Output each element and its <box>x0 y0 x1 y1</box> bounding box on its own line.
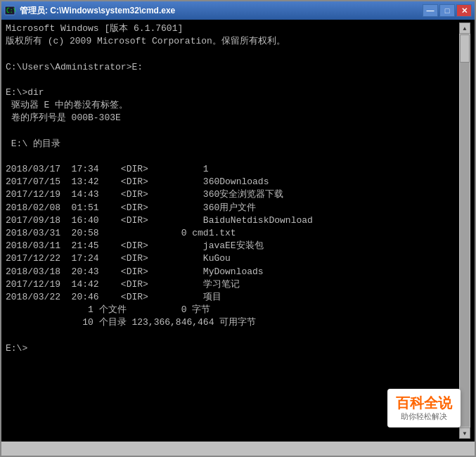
terminal-line-16: 2017/09/18 16:40 <DIR> BaiduNetdiskDownl… <box>6 214 459 227</box>
terminal-line-4: C:\Users\Administrator>E: <box>6 61 459 74</box>
terminal-line-14: 2017/12/19 14:43 <DIR> 360安全浏览器下载 <box>6 188 459 201</box>
scroll-up-arrow[interactable]: ▲ <box>459 22 470 34</box>
terminal-line-20: 2018/03/18 20:43 <DIR> MyDownloads <box>6 266 459 278</box>
terminal-line-9 <box>6 125 459 138</box>
terminal-line-10: E:\ 的目录 <box>6 138 459 150</box>
cmd-window: C:\ 管理员: C:\Windows\system32\cmd.exe — □… <box>0 0 476 457</box>
maximize-button[interactable]: □ <box>439 4 455 17</box>
window-title: 管理员: C:\Windows\system32\cmd.exe <box>20 5 175 17</box>
watermark-overlay: 百科全说 助你轻松解决 <box>387 389 461 427</box>
terminal-line-3 <box>6 48 459 60</box>
title-bar-left: C:\ 管理员: C:\Windows\system32\cmd.exe <box>4 5 175 17</box>
terminal-line-5 <box>6 74 459 86</box>
terminal-line-6: E:\>dir <box>6 86 459 99</box>
scrollbar-track[interactable] <box>460 34 470 427</box>
terminal-line-26: E:\> <box>6 342 459 355</box>
terminal-line-12: 2018/03/17 17:34 <DIR> 1 <box>6 163 459 176</box>
terminal-line-24: 10 个目录 123,366,846,464 可用字节 <box>6 316 459 329</box>
scrollbar-thumb[interactable] <box>460 34 470 63</box>
title-bar: C:\ 管理员: C:\Windows\system32\cmd.exe — □… <box>1 1 475 20</box>
terminal-line-21: 2017/12/19 14:42 <DIR> 学习笔记 <box>6 278 459 291</box>
status-bar <box>1 442 475 456</box>
terminal-line-1: Microsoft Windows [版本 6.1.7601] <box>6 22 459 35</box>
terminal-line-15: 2018/02/08 01:51 <DIR> 360用户文件 <box>6 202 459 214</box>
terminal-line-17: 2018/03/31 20:58 0 cmd1.txt <box>6 227 459 240</box>
terminal-line-19: 2017/12/22 17:24 <DIR> KuGou <box>6 252 459 265</box>
close-button[interactable]: ✕ <box>456 4 472 17</box>
minimize-button[interactable]: — <box>423 4 438 17</box>
terminal-line-2: 版权所有 (c) 2009 Microsoft Corporation。保留所有… <box>6 35 459 48</box>
terminal-line-25 <box>6 330 459 342</box>
terminal-line-8: 卷的序列号是 000B-303E <box>6 112 459 124</box>
terminal-line-18: 2018/03/11 21:45 <DIR> javaEE安装包 <box>6 240 459 252</box>
terminal-body[interactable]: Microsoft Windows [版本 6.1.7601]版权所有 (c) … <box>1 20 475 442</box>
watermark-subtitle: 助你轻松解决 <box>396 411 452 422</box>
terminal-line-13: 2017/07/15 13:42 <DIR> 360Downloads <box>6 176 459 188</box>
terminal-line-23: 1 个文件 0 字节 <box>6 304 459 316</box>
svg-text:C:\: C:\ <box>6 8 15 14</box>
terminal-icon: C:\ <box>4 5 15 16</box>
terminal-line-7: 驱动器 E 中的卷没有标签。 <box>6 99 459 112</box>
terminal-line-11 <box>6 150 459 163</box>
title-bar-buttons: — □ ✕ <box>423 4 472 17</box>
terminal-output: Microsoft Windows [版本 6.1.7601]版权所有 (c) … <box>6 22 459 439</box>
scrollbar[interactable]: ▲ ▼ <box>459 22 470 439</box>
terminal-line-22: 2018/03/22 20:46 <DIR> 项目 <box>6 291 459 304</box>
watermark-title: 百科全说 <box>396 394 452 411</box>
scroll-down-arrow[interactable]: ▼ <box>459 427 470 439</box>
